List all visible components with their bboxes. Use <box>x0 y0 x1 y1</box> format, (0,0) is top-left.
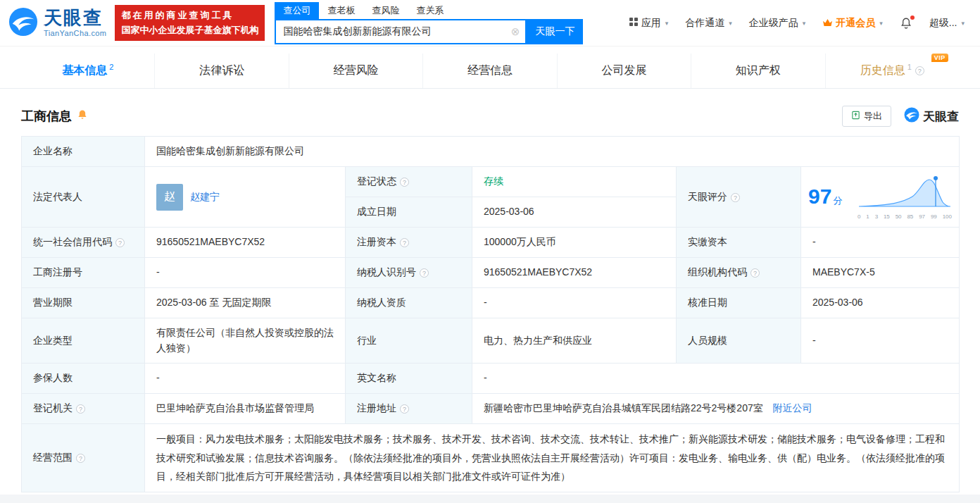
tab-label: 经营风险 <box>334 63 379 78</box>
tab-business-info[interactable]: 经营信息 <box>422 54 556 88</box>
help-icon[interactable] <box>400 178 409 187</box>
help-icon[interactable] <box>76 404 85 414</box>
search-tab-boss[interactable]: 查老板 <box>319 2 363 19</box>
tab-label: 历史信息 <box>860 63 905 78</box>
reg-capital-value: 100000万人民币 <box>472 228 677 258</box>
score-cell: 97分 0131550859799100 <box>801 167 960 228</box>
help-icon[interactable] <box>115 238 125 247</box>
menu-cooperation[interactable]: 合作通道 <box>685 17 732 30</box>
legal-rep-link[interactable]: 赵建宁 <box>190 190 220 205</box>
brand-wave-icon <box>8 7 38 39</box>
tab-legal-proceedings[interactable]: 法律诉讼 <box>154 54 288 88</box>
english-name-label: 英文名称 <box>346 364 472 394</box>
crown-icon <box>822 18 833 29</box>
help-icon[interactable] <box>400 238 409 247</box>
insured-count-value: - <box>145 364 346 394</box>
taxpayer-quality-value: - <box>472 288 677 318</box>
reg-status-label: 登记状态 <box>346 167 472 197</box>
table-row: 法定代表人 赵 赵建宁 登记状态 存续 天眼评分 97分 <box>22 167 960 197</box>
company-nav-tabs: 基本信息 2 法律诉讼 经营风险 经营信息 公司发展 知识产权 历史信息 1 V… <box>0 54 980 89</box>
notification-bell-icon[interactable] <box>900 17 912 30</box>
org-code-label: 组织机构代码 <box>677 258 801 288</box>
clear-search-icon[interactable] <box>505 25 526 38</box>
brand-logo[interactable]: 天眼查 TianYanCha.com <box>8 7 106 39</box>
org-code-value: MAEBYC7X-5 <box>801 258 960 288</box>
address-cell: 新疆哈密市巴里坤哈萨克自治县城镇军民团结路22号2号楼207室 附近公司 <box>472 394 960 424</box>
menu-cooperation-label: 合作通道 <box>685 17 724 30</box>
table-row: 企业类型 有限责任公司（非自然人投资或控股的法人独资） 行业 电力、热力生产和供… <box>22 318 960 364</box>
brand-domain: TianYanCha.com <box>44 29 106 37</box>
watermark-logo-text: 天眼查 <box>923 108 959 125</box>
tab-business-risk[interactable]: 经营风险 <box>289 54 422 88</box>
search-input[interactable] <box>276 26 505 37</box>
table-row: 参保人数 - 英文名称 - <box>22 364 960 394</box>
paid-capital-label: 实缴资本 <box>677 228 801 258</box>
score-axis: 0131550859799100 <box>857 214 952 220</box>
tab-intellectual-property[interactable]: 知识产权 <box>691 54 824 88</box>
company-name-value: 国能哈密集成创新新能源有限公司 <box>145 137 960 167</box>
business-scope-label: 经营范围 <box>22 424 145 492</box>
help-icon[interactable] <box>400 404 409 414</box>
tab-basic-info[interactable]: 基本信息 2 <box>21 54 154 88</box>
search-tabs: 查公司 查老板 查风险 查关系 <box>275 2 583 19</box>
business-scope-value: 一般项目：风力发电技术服务；太阳能发电技术服务；技术服务、技术开发、技术咨询、技… <box>145 424 960 492</box>
search-button[interactable]: 天眼一下 <box>527 19 583 44</box>
tab-label: 法律诉讼 <box>199 63 244 78</box>
header-menu: 应用 合作通道 企业级产品 开通会员 <box>629 17 965 30</box>
legal-rep-label: 法定代表人 <box>22 167 145 228</box>
search-box <box>275 19 527 44</box>
table-row: 统一社会信用代码 91650521MAEBYC7X52 注册资本 100000万… <box>22 228 960 258</box>
chevron-down-icon <box>961 20 965 27</box>
grid-icon <box>629 17 639 29</box>
search-tab-company[interactable]: 查公司 <box>275 2 319 19</box>
tab-count-badge: 1 <box>907 63 912 71</box>
reg-number-value: - <box>145 258 346 288</box>
nearby-companies-link[interactable]: 附近公司 <box>773 402 812 414</box>
brand-name: 天眼查 <box>44 8 106 27</box>
address-label: 注册地址 <box>346 394 472 424</box>
staff-size-label: 人员规模 <box>677 318 801 364</box>
credit-code-label: 统一社会信用代码 <box>22 228 145 258</box>
insured-count-label: 参保人数 <box>22 364 145 394</box>
table-row: 营业期限 2025-03-06 至 无固定期限 纳税人资质 - 核准日期 202… <box>22 288 960 318</box>
menu-open-vip[interactable]: 开通会员 <box>822 17 883 30</box>
help-icon[interactable] <box>750 268 760 278</box>
export-button[interactable]: 导出 <box>842 106 891 127</box>
address-value: 新疆哈密市巴里坤哈萨克自治县城镇军民团结路22号2号楼207室 <box>484 402 763 414</box>
taxpayer-id-value: 91650521MAEBYC7X52 <box>472 258 677 288</box>
score-label: 天眼评分 <box>677 167 801 228</box>
chevron-down-icon <box>729 20 732 27</box>
reg-number-label: 工商注册号 <box>22 258 145 288</box>
tab-history-info[interactable]: 历史信息 1 VIP <box>825 54 959 88</box>
avatar[interactable]: 赵 <box>156 184 183 211</box>
tab-company-development[interactable]: 公司发展 <box>557 54 691 88</box>
score-value: 97 <box>808 185 831 208</box>
menu-apps-label: 应用 <box>641 17 661 30</box>
menu-user-account[interactable]: 超级... <box>929 17 965 30</box>
status-badge: 存续 <box>484 175 503 187</box>
search-tab-relation[interactable]: 查关系 <box>408 2 452 19</box>
export-label: 导出 <box>864 110 882 123</box>
top-header: 天眼查 TianYanCha.com 都在用的商业查询工具 国家中小企业发展子基… <box>0 0 980 46</box>
slogan-badge: 都在用的商业查询工具 国家中小企业发展子基金旗下机构 <box>115 5 265 40</box>
help-icon[interactable] <box>731 193 740 202</box>
score-distribution-chart: 0131550859799100 <box>857 174 952 221</box>
section-title: 工商信息 <box>21 108 72 125</box>
menu-user-label: 超级... <box>929 17 957 30</box>
business-term-value: 2025-03-06 至 无固定期限 <box>145 288 346 318</box>
help-icon[interactable] <box>915 66 924 75</box>
industry-value: 电力、热力生产和供应业 <box>472 318 677 364</box>
vip-badge: VIP <box>931 54 948 62</box>
reg-capital-label: 注册资本 <box>346 228 472 258</box>
english-name-value: - <box>472 364 960 394</box>
search-tab-risk[interactable]: 查风险 <box>363 2 408 19</box>
menu-enterprise-products[interactable]: 企业级产品 <box>749 17 806 30</box>
bell-icon[interactable] <box>77 109 88 123</box>
industry-label: 行业 <box>346 318 472 364</box>
tab-label: 知识产权 <box>736 63 781 78</box>
tab-label: 基本信息 <box>62 63 107 78</box>
menu-apps[interactable]: 应用 <box>629 17 669 30</box>
help-icon[interactable] <box>420 268 429 278</box>
company-type-label: 企业类型 <box>22 318 145 364</box>
help-icon[interactable] <box>76 454 85 463</box>
